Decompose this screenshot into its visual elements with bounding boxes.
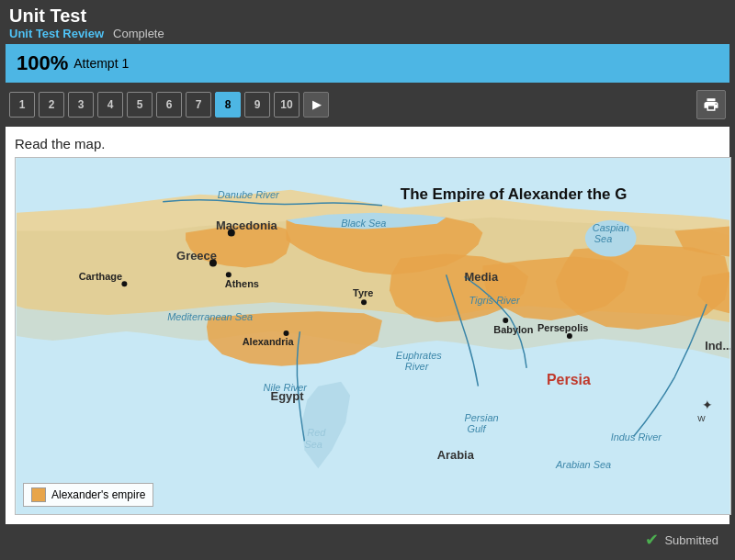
macedonia-label: Macedonia	[216, 218, 278, 232]
instruction-label: Read the map.	[15, 136, 720, 151]
submitted-text: Submitted	[664, 533, 718, 547]
carthage-dot	[121, 281, 127, 286]
map-title-text: The Empire of Alexander the G	[401, 185, 627, 203]
subtitle: Unit Test Review	[9, 27, 104, 40]
attempt-text: Attempt 1	[74, 56, 129, 71]
media-label: Media	[464, 270, 498, 284]
black-sea-label: Black Sea	[341, 218, 386, 229]
euphrates-river-label: Euphrates	[396, 350, 442, 361]
compass-icon: ✦	[702, 398, 713, 412]
nav-btn-4[interactable]: 4	[97, 92, 123, 118]
nav-buttons: 1 2 3 4 5 6 7 8 9 10 ▶	[9, 92, 329, 118]
mediterranean-label: Mediterranean Sea	[167, 311, 253, 322]
nav-btn-2[interactable]: 2	[39, 92, 64, 118]
persepolis-label: Persepolis	[537, 322, 588, 333]
tigris-river-label: Tigris River	[469, 295, 521, 306]
print-button[interactable]	[696, 90, 726, 119]
egypt-label: Egypt	[271, 389, 305, 403]
persian-gulf-label-2: Gulf	[467, 423, 486, 434]
nav-btn-5[interactable]: 5	[127, 92, 153, 118]
nav-bar: 1 2 3 4 5 6 7 8 9 10 ▶	[0, 83, 735, 127]
tyre-dot	[361, 299, 367, 305]
arabian-sea-label: Arabian Sea	[555, 459, 611, 470]
map-container: Black Sea Caspian Sea Mediterranean Sea …	[15, 157, 731, 515]
header: Unit Test Unit Test Review Complete	[0, 0, 735, 44]
nav-btn-6[interactable]: 6	[156, 92, 182, 118]
babylon-label: Babylon	[493, 324, 533, 335]
athens-label: Athens	[225, 278, 259, 289]
page-title: Unit Test	[9, 6, 726, 27]
legend-label: Alexander's empire	[51, 488, 145, 501]
india-label: Ind...	[705, 339, 730, 353]
compass-label: W	[697, 414, 706, 423]
submitted-row: ✔ Submitted	[6, 524, 729, 555]
euphrates-river-label-2: River	[405, 361, 430, 372]
nav-btn-1[interactable]: 1	[9, 92, 35, 118]
nav-btn-9[interactable]: 9	[244, 92, 270, 118]
nav-btn-7[interactable]: 7	[186, 92, 211, 118]
score-bar: 100% Attempt 1	[6, 44, 729, 83]
danube-river-label: Danube River	[218, 189, 280, 200]
persepolis-dot	[567, 333, 572, 339]
athens-dot	[226, 272, 232, 277]
submitted-check-icon: ✔	[645, 530, 659, 550]
map-svg: Black Sea Caspian Sea Mediterranean Sea …	[16, 158, 730, 514]
alexandria-label: Alexandria	[243, 336, 295, 347]
nav-btn-10[interactable]: 10	[274, 92, 300, 118]
subtitle-row: Unit Test Review Complete	[9, 27, 726, 40]
persia-label: Persia	[547, 372, 591, 387]
caspian-sea-label: Caspian	[593, 222, 629, 233]
map-legend: Alexander's empire	[23, 483, 153, 507]
status-badge: Complete	[113, 27, 164, 40]
nav-next-arrow[interactable]: ▶	[303, 92, 329, 118]
caspian-sea-label-2: Sea	[594, 233, 612, 244]
content-area: Read the map.	[6, 127, 729, 524]
babylon-dot	[503, 318, 508, 323]
nav-btn-8[interactable]: 8	[215, 92, 241, 118]
carthage-label: Carthage	[79, 271, 122, 282]
tyre-label: Tyre	[353, 287, 373, 298]
legend-color-box	[31, 487, 46, 502]
greece-label: Greece	[176, 249, 217, 263]
score-text: 100%	[17, 51, 68, 75]
persian-gulf-label: Persian	[464, 412, 498, 423]
print-icon	[703, 96, 719, 113]
arabia-label: Arabia	[437, 448, 475, 462]
nav-btn-3[interactable]: 3	[68, 92, 94, 118]
